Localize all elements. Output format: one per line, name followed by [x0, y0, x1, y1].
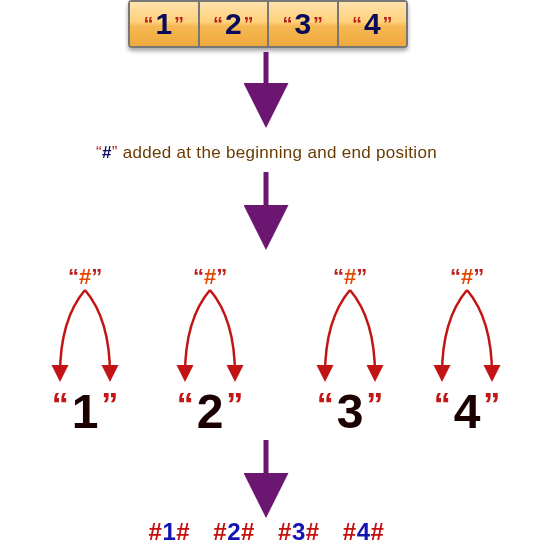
input-cell-4: “ 4 ” — [339, 2, 407, 46]
quote-open: “ — [333, 264, 344, 289]
input-cell-1: “ 1 ” — [130, 2, 200, 46]
caption-symbol: # — [102, 143, 112, 162]
result-1: #1# — [149, 518, 191, 545]
hash-label-3: “#” — [333, 264, 367, 290]
hash-symbol: # — [204, 264, 216, 289]
hash-symbol: # — [344, 264, 356, 289]
quote-open: “ — [143, 13, 153, 36]
big-value: 3 — [337, 385, 364, 438]
input-value-2: 2 — [225, 7, 242, 41]
quote-close: ” — [483, 385, 500, 423]
hash-label-2: “#” — [193, 264, 227, 290]
quote-close: ” — [244, 13, 254, 36]
result-2: #2# — [213, 518, 255, 545]
quote-close: ” — [226, 385, 243, 423]
quote-close: ” — [101, 385, 118, 423]
quote-close: ” — [216, 264, 227, 289]
caption: “#” added at the beginning and end posit… — [0, 143, 533, 163]
quote-open: “ — [352, 13, 362, 36]
quote-open: “ — [177, 385, 194, 423]
split-arrow-4-left — [442, 290, 467, 375]
input-array: “ 1 ” “ 2 ” “ 3 ” “ 4 ” — [128, 0, 408, 48]
caption-text: added at the beginning and end position — [118, 143, 437, 162]
split-arrow-3-left — [325, 290, 350, 375]
quote-open: “ — [450, 264, 461, 289]
quote-open: “ — [282, 13, 292, 36]
quote-open: “ — [317, 385, 334, 423]
quote-close: ” — [91, 264, 102, 289]
diagram-stage: “ 1 ” “ 2 ” “ 3 ” “ 4 ” — [0, 0, 533, 555]
big-value: 1 — [72, 385, 99, 438]
quote-open: “ — [193, 264, 204, 289]
quote-close: ” — [473, 264, 484, 289]
split-arrow-1-left — [60, 290, 85, 375]
split-arrow-2-left — [185, 290, 210, 375]
split-arrow-4-right — [467, 290, 492, 375]
input-value-3: 3 — [294, 7, 311, 41]
split-arrow-2-right — [210, 290, 235, 375]
input-cell-2: “ 2 ” — [200, 2, 270, 46]
input-value-1: 1 — [155, 7, 172, 41]
big-value: 2 — [197, 385, 224, 438]
result-4: #4# — [343, 518, 385, 545]
big-value: 4 — [454, 385, 481, 438]
quote-open: “ — [52, 385, 69, 423]
quote-close: ” — [366, 385, 383, 423]
quote-close: ” — [383, 13, 393, 36]
quote-open: “ — [68, 264, 79, 289]
quote-close: ” — [356, 264, 367, 289]
big-number-2: “2” — [177, 384, 244, 439]
hash-label-1: “#” — [68, 264, 102, 290]
split-arrow-1-right — [85, 290, 110, 375]
hash-label-4: “#” — [450, 264, 484, 290]
quote-close: ” — [313, 13, 323, 36]
quote-open: “ — [213, 13, 223, 36]
result-line: #1# #2# #3# #4# — [0, 518, 533, 546]
split-arrow-3-right — [350, 290, 375, 375]
input-cell-3: “ 3 ” — [269, 2, 339, 46]
big-number-4: “4” — [434, 384, 501, 439]
quote-close: ” — [174, 13, 184, 36]
hash-symbol: # — [79, 264, 91, 289]
result-3: #3# — [278, 518, 320, 545]
hash-symbol: # — [461, 264, 473, 289]
big-number-1: “1” — [52, 384, 119, 439]
input-value-4: 4 — [364, 7, 381, 41]
quote-open: “ — [434, 385, 451, 423]
big-number-3: “3” — [317, 384, 384, 439]
